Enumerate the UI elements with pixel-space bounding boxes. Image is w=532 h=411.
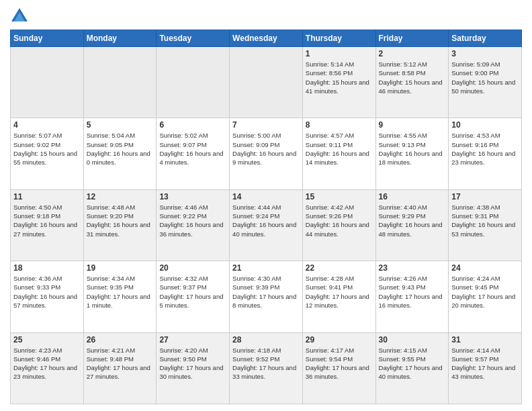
calendar-day-cell: 29Sunrise: 4:17 AM Sunset: 9:54 PM Dayli… bbox=[302, 332, 375, 404]
calendar-day-cell bbox=[157, 47, 230, 118]
day-info: Sunrise: 4:26 AM Sunset: 9:43 PM Dayligh… bbox=[379, 274, 446, 310]
calendar-week-row: 4Sunrise: 5:07 AM Sunset: 9:02 PM Daylig… bbox=[11, 118, 522, 189]
calendar-day-cell: 12Sunrise: 4:48 AM Sunset: 9:20 PM Dayli… bbox=[83, 189, 157, 261]
day-number: 5 bbox=[87, 120, 154, 130]
calendar-day-cell: 7Sunrise: 5:00 AM Sunset: 9:09 PM Daylig… bbox=[230, 118, 303, 189]
day-info: Sunrise: 5:12 AM Sunset: 8:58 PM Dayligh… bbox=[379, 60, 446, 95]
weekday-header: Wednesday bbox=[230, 30, 303, 47]
weekday-header: Tuesday bbox=[157, 30, 230, 47]
calendar-day-cell: 31Sunrise: 4:14 AM Sunset: 9:57 PM Dayli… bbox=[449, 332, 522, 404]
day-info: Sunrise: 4:15 AM Sunset: 9:55 PM Dayligh… bbox=[379, 346, 446, 381]
calendar-table: SundayMondayTuesdayWednesdayThursdayFrid… bbox=[10, 30, 522, 404]
calendar-day-cell: 14Sunrise: 4:44 AM Sunset: 9:24 PM Dayli… bbox=[230, 189, 303, 261]
day-number: 28 bbox=[232, 335, 300, 345]
day-info: Sunrise: 4:20 AM Sunset: 9:50 PM Dayligh… bbox=[159, 346, 226, 381]
day-info: Sunrise: 4:53 AM Sunset: 9:16 PM Dayligh… bbox=[451, 131, 519, 167]
calendar-day-cell: 15Sunrise: 4:42 AM Sunset: 9:26 PM Dayli… bbox=[302, 189, 375, 261]
day-number: 3 bbox=[451, 49, 519, 58]
calendar-day-cell: 26Sunrise: 4:21 AM Sunset: 9:48 PM Dayli… bbox=[83, 332, 157, 404]
day-info: Sunrise: 4:40 AM Sunset: 9:29 PM Dayligh… bbox=[379, 203, 446, 238]
day-info: Sunrise: 4:24 AM Sunset: 9:45 PM Dayligh… bbox=[451, 274, 519, 310]
calendar-day-cell: 22Sunrise: 4:28 AM Sunset: 9:41 PM Dayli… bbox=[302, 261, 375, 332]
calendar-day-cell: 1Sunrise: 5:14 AM Sunset: 8:56 PM Daylig… bbox=[302, 47, 375, 118]
calendar-day-cell: 3Sunrise: 5:09 AM Sunset: 9:00 PM Daylig… bbox=[449, 47, 522, 118]
day-info: Sunrise: 4:17 AM Sunset: 9:54 PM Dayligh… bbox=[306, 346, 373, 381]
day-info: Sunrise: 4:34 AM Sunset: 9:35 PM Dayligh… bbox=[87, 274, 154, 310]
day-number: 15 bbox=[306, 192, 373, 201]
calendar-day-cell: 10Sunrise: 4:53 AM Sunset: 9:16 PM Dayli… bbox=[449, 118, 522, 189]
logo bbox=[10, 7, 32, 26]
calendar-day-cell: 4Sunrise: 5:07 AM Sunset: 9:02 PM Daylig… bbox=[11, 118, 84, 189]
logo-icon bbox=[10, 7, 29, 26]
calendar-day-cell: 27Sunrise: 4:20 AM Sunset: 9:50 PM Dayli… bbox=[157, 332, 230, 404]
day-info: Sunrise: 5:09 AM Sunset: 9:00 PM Dayligh… bbox=[451, 60, 519, 95]
calendar-day-cell: 16Sunrise: 4:40 AM Sunset: 9:29 PM Dayli… bbox=[375, 189, 449, 261]
calendar-day-cell: 23Sunrise: 4:26 AM Sunset: 9:43 PM Dayli… bbox=[375, 261, 449, 332]
day-number: 27 bbox=[159, 335, 226, 345]
day-number: 26 bbox=[87, 335, 154, 345]
day-info: Sunrise: 5:04 AM Sunset: 9:05 PM Dayligh… bbox=[87, 131, 154, 167]
day-info: Sunrise: 4:44 AM Sunset: 9:24 PM Dayligh… bbox=[232, 203, 300, 238]
day-number: 4 bbox=[13, 120, 81, 130]
calendar-day-cell: 18Sunrise: 4:36 AM Sunset: 9:33 PM Dayli… bbox=[11, 261, 84, 332]
day-info: Sunrise: 4:48 AM Sunset: 9:20 PM Dayligh… bbox=[87, 203, 154, 238]
calendar-header-row: SundayMondayTuesdayWednesdayThursdayFrid… bbox=[11, 30, 522, 47]
calendar-day-cell: 20Sunrise: 4:32 AM Sunset: 9:37 PM Dayli… bbox=[157, 261, 230, 332]
calendar-day-cell: 13Sunrise: 4:46 AM Sunset: 9:22 PM Dayli… bbox=[157, 189, 230, 261]
day-info: Sunrise: 4:57 AM Sunset: 9:11 PM Dayligh… bbox=[306, 131, 373, 167]
day-number: 21 bbox=[232, 263, 300, 273]
day-info: Sunrise: 5:07 AM Sunset: 9:02 PM Dayligh… bbox=[13, 131, 81, 167]
day-info: Sunrise: 4:28 AM Sunset: 9:41 PM Dayligh… bbox=[306, 274, 373, 310]
calendar-day-cell bbox=[11, 47, 84, 118]
day-number: 11 bbox=[13, 192, 81, 201]
day-number: 23 bbox=[379, 263, 446, 273]
day-number: 29 bbox=[306, 335, 373, 345]
day-number: 17 bbox=[451, 192, 519, 201]
day-number: 18 bbox=[13, 263, 81, 273]
day-number: 9 bbox=[379, 120, 446, 130]
day-number: 1 bbox=[306, 49, 373, 58]
day-number: 13 bbox=[159, 192, 226, 201]
calendar-day-cell: 30Sunrise: 4:15 AM Sunset: 9:55 PM Dayli… bbox=[375, 332, 449, 404]
day-number: 30 bbox=[379, 335, 446, 345]
day-info: Sunrise: 4:50 AM Sunset: 9:18 PM Dayligh… bbox=[13, 203, 81, 238]
weekday-header: Sunday bbox=[11, 30, 84, 47]
calendar-day-cell: 21Sunrise: 4:30 AM Sunset: 9:39 PM Dayli… bbox=[230, 261, 303, 332]
calendar-week-row: 11Sunrise: 4:50 AM Sunset: 9:18 PM Dayli… bbox=[11, 189, 522, 261]
calendar-day-cell: 24Sunrise: 4:24 AM Sunset: 9:45 PM Dayli… bbox=[449, 261, 522, 332]
day-info: Sunrise: 5:14 AM Sunset: 8:56 PM Dayligh… bbox=[306, 60, 373, 95]
day-info: Sunrise: 4:18 AM Sunset: 9:52 PM Dayligh… bbox=[232, 346, 300, 381]
day-info: Sunrise: 5:02 AM Sunset: 9:07 PM Dayligh… bbox=[159, 131, 226, 167]
calendar-week-row: 1Sunrise: 5:14 AM Sunset: 8:56 PM Daylig… bbox=[11, 47, 522, 118]
weekday-header: Saturday bbox=[449, 30, 522, 47]
day-number: 31 bbox=[451, 335, 519, 345]
day-number: 6 bbox=[159, 120, 226, 130]
calendar-day-cell bbox=[230, 47, 303, 118]
day-number: 8 bbox=[306, 120, 373, 130]
day-info: Sunrise: 4:46 AM Sunset: 9:22 PM Dayligh… bbox=[159, 203, 226, 238]
day-info: Sunrise: 4:42 AM Sunset: 9:26 PM Dayligh… bbox=[306, 203, 373, 238]
day-info: Sunrise: 4:14 AM Sunset: 9:57 PM Dayligh… bbox=[451, 346, 519, 381]
day-number: 25 bbox=[13, 335, 81, 345]
day-number: 14 bbox=[232, 192, 300, 201]
page: SundayMondayTuesdayWednesdayThursdayFrid… bbox=[0, 0, 532, 411]
calendar-day-cell: 25Sunrise: 4:23 AM Sunset: 9:46 PM Dayli… bbox=[11, 332, 84, 404]
calendar-day-cell: 2Sunrise: 5:12 AM Sunset: 8:58 PM Daylig… bbox=[375, 47, 449, 118]
day-number: 22 bbox=[306, 263, 373, 273]
day-number: 19 bbox=[87, 263, 154, 273]
calendar-day-cell: 6Sunrise: 5:02 AM Sunset: 9:07 PM Daylig… bbox=[157, 118, 230, 189]
calendar-week-row: 18Sunrise: 4:36 AM Sunset: 9:33 PM Dayli… bbox=[11, 261, 522, 332]
weekday-header: Monday bbox=[83, 30, 157, 47]
day-number: 12 bbox=[87, 192, 154, 201]
day-info: Sunrise: 4:23 AM Sunset: 9:46 PM Dayligh… bbox=[13, 346, 81, 381]
calendar-day-cell: 9Sunrise: 4:55 AM Sunset: 9:13 PM Daylig… bbox=[375, 118, 449, 189]
day-number: 16 bbox=[379, 192, 446, 201]
day-info: Sunrise: 4:38 AM Sunset: 9:31 PM Dayligh… bbox=[451, 203, 519, 238]
calendar-day-cell: 19Sunrise: 4:34 AM Sunset: 9:35 PM Dayli… bbox=[83, 261, 157, 332]
day-info: Sunrise: 4:32 AM Sunset: 9:37 PM Dayligh… bbox=[159, 274, 226, 310]
day-info: Sunrise: 4:55 AM Sunset: 9:13 PM Dayligh… bbox=[379, 131, 446, 167]
calendar-day-cell bbox=[83, 47, 157, 118]
day-number: 2 bbox=[379, 49, 446, 58]
day-info: Sunrise: 4:30 AM Sunset: 9:39 PM Dayligh… bbox=[232, 274, 300, 310]
day-info: Sunrise: 4:36 AM Sunset: 9:33 PM Dayligh… bbox=[13, 274, 81, 310]
